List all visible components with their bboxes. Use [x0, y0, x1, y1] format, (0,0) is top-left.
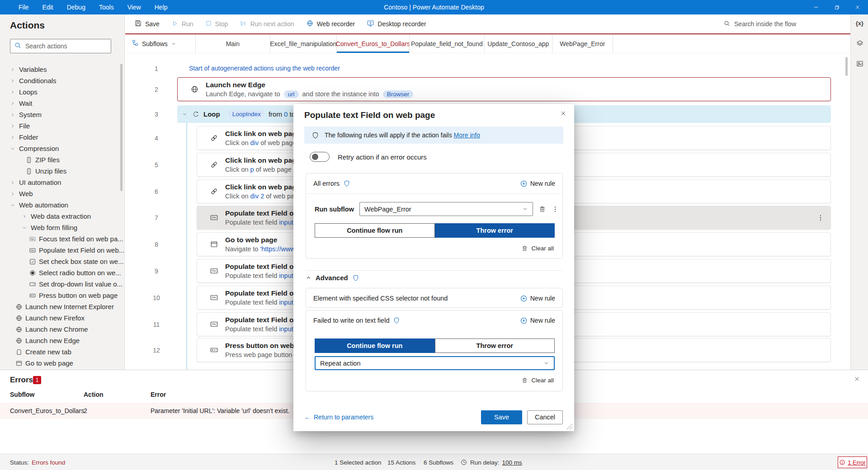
sidebar-item-focus-text-field-on-web-pa[interactable]: AbcFocus text field on web pa...: [0, 233, 125, 244]
sidebar-item-system[interactable]: System: [0, 109, 125, 120]
chevron-down-icon[interactable]: [22, 225, 27, 230]
chevron-right-icon[interactable]: [10, 101, 15, 106]
more-info-link[interactable]: More info: [454, 132, 480, 139]
save-button[interactable]: Save: [134, 19, 160, 28]
delete-rule-icon[interactable]: [538, 205, 546, 213]
chevron-right-icon[interactable]: [10, 191, 15, 197]
close-window-button[interactable]: [847, 0, 868, 14]
dialog-close-icon[interactable]: [560, 110, 567, 119]
sidebar-item-wait[interactable]: Wait: [0, 98, 125, 109]
errors-panel-close-icon[interactable]: [854, 376, 860, 384]
tab-update_contoso_app[interactable]: Update_Contoso_app: [484, 34, 552, 53]
save-dialog-button[interactable]: Save: [481, 410, 522, 424]
sidebar-item-launch-new-chrome[interactable]: Launch new Chrome: [0, 324, 125, 335]
all-errors-continue-flow-run-button[interactable]: Continue flow run: [315, 223, 435, 238]
all-errors-throw-error-button[interactable]: Throw error: [435, 223, 555, 238]
advanced-section-toggle[interactable]: Advanced: [306, 274, 359, 282]
sidebar-item-launch-new-edge[interactable]: Launch new Edge: [0, 335, 125, 346]
sidebar-item-compression[interactable]: Compression: [0, 143, 125, 154]
actions-search-box[interactable]: [10, 39, 111, 53]
tab-populate_field_not_found[interactable]: Populate_field_not_found: [409, 34, 484, 53]
run-button[interactable]: Run: [171, 20, 193, 28]
tab-main[interactable]: Main: [195, 34, 270, 53]
ui-elements-pane-icon[interactable]: [851, 39, 868, 47]
images-pane-icon[interactable]: [851, 60, 868, 68]
sidebar-item-launch-new-firefox[interactable]: Launch new Firefox: [0, 312, 125, 324]
action-row-launch-new-edge[interactable]: Launch new EdgeLaunch Edge, navigate to …: [177, 77, 831, 101]
search-inside-flow[interactable]: Search inside the flow: [723, 20, 796, 28]
sidebar-item-go-to-web-page[interactable]: Go to web page: [0, 357, 125, 369]
tab-excel_file_manipulation[interactable]: Excel_file_manipulation: [270, 34, 336, 53]
sidebar-item-folder[interactable]: Folder: [0, 132, 125, 143]
sidebar-item-create-new-tab[interactable]: Create new tab: [0, 346, 125, 357]
failed-rule-clear-all-button[interactable]: Clear all: [521, 377, 554, 384]
failed-rule-throw-error-button[interactable]: Throw error: [435, 338, 555, 353]
chevron-right-icon[interactable]: [10, 78, 15, 84]
comment-row[interactable]: Start of autogenerated actions using the…: [189, 65, 340, 72]
menu-tools[interactable]: Tools: [92, 0, 121, 14]
retry-toggle[interactable]: [310, 152, 330, 162]
chevron-right-icon[interactable]: [10, 123, 15, 129]
sidebar-item-web[interactable]: Web: [0, 188, 125, 199]
chevron-right-icon[interactable]: [10, 135, 15, 140]
sidebar-item-web-automation[interactable]: Web automation: [0, 199, 125, 211]
tab-convert_euros_to_dollars[interactable]: Convert_Euros_to_Dollars: [336, 34, 409, 53]
sidebar-item-loops[interactable]: Loops: [0, 86, 125, 98]
failed-rule-new-rule-button[interactable]: New rule: [520, 317, 555, 324]
chevron-right-icon[interactable]: [10, 67, 15, 72]
restore-button[interactable]: [826, 0, 847, 14]
chevron-down-icon[interactable]: [10, 146, 15, 151]
cancel-dialog-button[interactable]: Cancel: [527, 410, 563, 424]
minimize-button[interactable]: [806, 0, 826, 14]
all-errors-clear-all-button[interactable]: Clear all: [521, 245, 554, 252]
chevron-right-icon[interactable]: [10, 180, 15, 185]
menu-file[interactable]: File: [12, 0, 36, 14]
sidebar-item-launch-new-internet-explorer[interactable]: Launch new Internet Explorer: [0, 301, 125, 312]
menu-help[interactable]: Help: [148, 0, 175, 14]
sidebar-item-select-radio-button-on-we[interactable]: Select radio button on we...: [0, 267, 125, 278]
sidebar-item-file[interactable]: File: [0, 120, 125, 132]
variables-pane-icon[interactable]: {x}: [851, 20, 868, 27]
run-subflow-select[interactable]: WebPage_Error: [359, 202, 533, 216]
chevron-down-icon[interactable]: [182, 111, 188, 117]
tab-webpage_error[interactable]: WebPage_Error: [552, 34, 613, 53]
chevron-down-icon[interactable]: [10, 202, 15, 208]
subflows-dropdown[interactable]: Subflows: [125, 34, 184, 53]
stop-button[interactable]: Stop: [205, 20, 228, 28]
sidebar-item-variables[interactable]: Variables: [0, 64, 125, 75]
chevron-right-icon[interactable]: [10, 112, 15, 118]
subtitle-text: Navigate to: [225, 245, 260, 253]
sidebar-item-label: Unzip files: [35, 167, 66, 175]
sidebar-item-web-data-extraction[interactable]: Web data extraction: [0, 211, 125, 222]
sidebar-item-ui-automation[interactable]: UI automation: [0, 177, 125, 188]
sidebar-item-zip-files[interactable]: ZIP files: [0, 154, 125, 165]
more-options-icon[interactable]: [552, 206, 559, 213]
sidebar-item-web-form-filling[interactable]: Web form filling: [0, 222, 125, 233]
menu-view[interactable]: View: [121, 0, 148, 14]
desktop-recorder-button[interactable]: Desktop recorder: [367, 19, 426, 28]
status-error-link[interactable]: 1 Error: [838, 456, 867, 468]
sidebar-item-set-check-box-state-on-we[interactable]: Set check box state on we...: [0, 256, 125, 267]
css-rule-new-rule-button[interactable]: New rule: [520, 295, 555, 302]
row-more-options-icon[interactable]: [817, 214, 824, 221]
chevron-right-icon[interactable]: [22, 214, 27, 219]
run-delay-value[interactable]: 100 ms: [502, 459, 522, 466]
failed-rule-continue-flow-run-button[interactable]: Continue flow run: [315, 338, 435, 353]
sidebar-item-unzip-files[interactable]: Unzip files: [0, 165, 125, 177]
all-errors-new-rule-button[interactable]: New rule: [520, 180, 555, 188]
actions-search-input[interactable]: [25, 42, 102, 50]
canvas-scrollbar[interactable]: [845, 57, 848, 76]
menu-edit[interactable]: Edit: [36, 0, 60, 14]
chevron-right-icon[interactable]: [10, 89, 15, 95]
sidebar-item-conditionals[interactable]: Conditionals: [0, 75, 125, 86]
web-recorder-button[interactable]: Web recorder: [306, 19, 355, 28]
return-to-parameters-link[interactable]: ← Return to parameters: [304, 414, 373, 421]
sidebar-item-press-button-on-web-page[interactable]: Press button on web page: [0, 290, 125, 301]
sidebar-item-populate-text-field-on-web[interactable]: AbcPopulate text Field on web...: [0, 244, 125, 256]
abc-icon: Abc: [210, 267, 218, 275]
sidebar-scrollbar[interactable]: [120, 64, 123, 191]
run-next-action-button[interactable]: Run next action: [240, 20, 294, 28]
failed-rule-action-select[interactable]: Repeat action: [315, 356, 555, 370]
sidebar-item-set-drop-down-list-value-o[interactable]: Set drop-down list value o...: [0, 278, 125, 290]
menu-debug[interactable]: Debug: [60, 0, 92, 14]
